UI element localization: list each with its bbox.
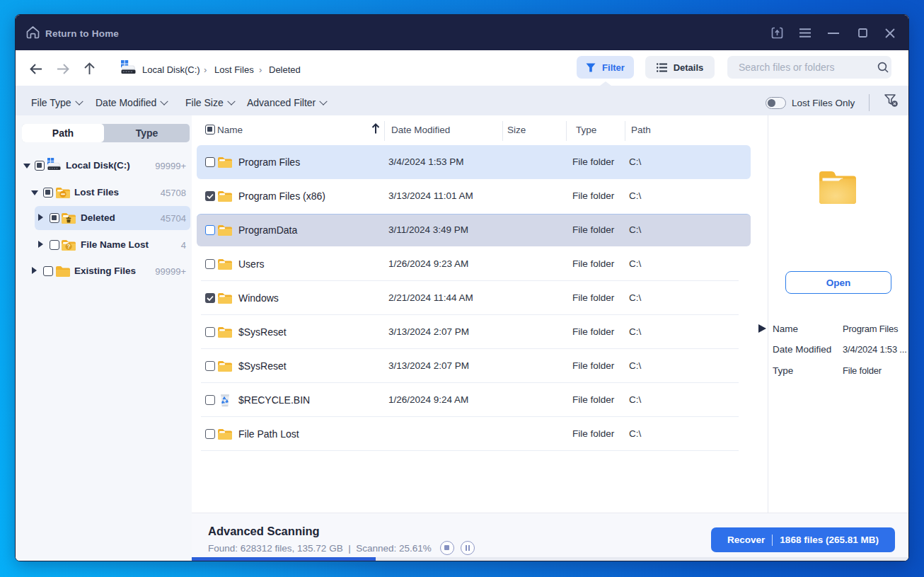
svg-text:?: ? [67, 243, 70, 250]
